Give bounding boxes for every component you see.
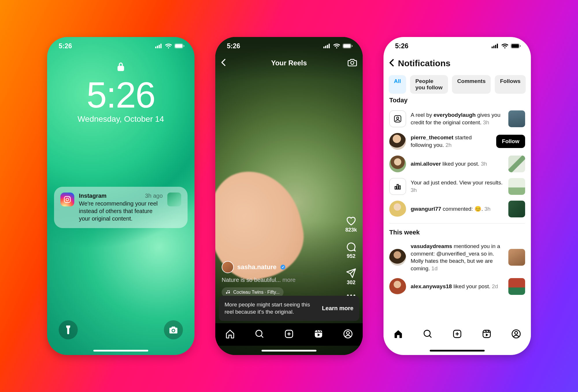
signal-icon (323, 44, 331, 48)
notification-row[interactable]: vasudaydreams mentioned you in a comment… (389, 240, 525, 275)
comment-button[interactable]: 952 (346, 242, 356, 259)
filter-people[interactable]: People you follow (410, 75, 448, 94)
reels-phone: 5:26 Your Reels 823k 952 302 (215, 37, 363, 355)
chevron-left-icon (221, 58, 226, 66)
nav-reels[interactable] (314, 329, 323, 340)
camera-outline-icon (348, 58, 357, 66)
home-indicator[interactable] (93, 350, 148, 352)
home-indicator[interactable] (262, 350, 316, 352)
status-bar: 5:26 (215, 37, 363, 55)
flashlight-button[interactable] (59, 320, 78, 339)
share-icon (346, 268, 356, 278)
notification-text: vasudaydreams mentioned you in a comment… (411, 243, 504, 272)
caption-more[interactable]: more (282, 277, 296, 283)
user-avatar (389, 133, 406, 150)
lock-icon (117, 68, 125, 73)
back-button[interactable] (221, 58, 226, 68)
nav-home[interactable] (225, 329, 235, 340)
info-banner[interactable]: More people might start seeing this reel… (219, 296, 359, 321)
section-today: Today (389, 97, 525, 104)
notification-text: pierre_thecomet started following you. 2… (411, 134, 492, 149)
notification-row[interactable]: A reel by everybodylaugh gives you credi… (389, 108, 525, 130)
nav-create[interactable] (452, 329, 462, 340)
notification-thumbnail (508, 278, 525, 295)
svg-rect-32 (495, 45, 496, 48)
signal-icon (492, 44, 499, 48)
reel-meta: sasha.nature Nature is so beautiful... m… (222, 261, 337, 297)
filter-all[interactable]: All (389, 75, 406, 94)
banner-cta[interactable]: Learn more (322, 305, 353, 312)
svg-rect-16 (343, 44, 351, 48)
instagram-logo-icon (60, 193, 74, 206)
follow-button[interactable]: Follow (496, 135, 525, 148)
svg-point-9 (66, 198, 68, 201)
svg-line-23 (261, 336, 263, 338)
lock-date: Wednesday, October 14 (47, 114, 194, 124)
notification-row[interactable]: aimi.allover liked your post. 3h (389, 153, 525, 175)
notification-row[interactable]: Your ad just ended. View your results. 3… (389, 175, 525, 198)
notification-time: 3h ago (145, 193, 163, 199)
status-time: 5:26 (227, 42, 240, 50)
nav-search[interactable] (255, 329, 264, 340)
share-count: 302 (347, 280, 355, 286)
battery-icon (174, 43, 185, 49)
svg-rect-40 (397, 184, 399, 189)
svg-rect-3 (160, 44, 162, 48)
nav-profile[interactable] (343, 329, 353, 340)
battery-icon (342, 43, 353, 49)
nav-create[interactable] (284, 329, 294, 340)
home-indicator[interactable] (430, 350, 485, 352)
filter-follows[interactable]: Follows (495, 75, 526, 94)
nav-search[interactable] (423, 329, 433, 340)
verified-icon (280, 264, 286, 270)
chart-icon (394, 182, 402, 191)
heart-icon (346, 216, 357, 226)
notification-text: A reel by everybodylaugh gives you credi… (411, 111, 504, 126)
svg-rect-17 (352, 45, 353, 47)
notification-row[interactable]: alex.anyways18 liked your post. 2d (389, 275, 525, 298)
svg-rect-27 (315, 330, 322, 338)
reel-user[interactable]: sasha.nature (222, 261, 337, 273)
music-label: Cocteau Twins · Fifty... (233, 290, 279, 295)
svg-rect-47 (483, 330, 490, 338)
nav-profile[interactable] (511, 329, 521, 340)
back-button[interactable] (389, 59, 394, 68)
nav-home[interactable] (393, 329, 403, 340)
svg-point-29 (347, 332, 349, 334)
share-button[interactable]: 302 (346, 268, 356, 286)
notifications-header: Notifications (384, 55, 531, 71)
wifi-icon (501, 43, 508, 49)
notification-list[interactable]: Today A reel by everybodylaugh gives you… (384, 91, 531, 323)
camera-button[interactable] (164, 320, 183, 339)
reel-caption[interactable]: Nature is so beautiful... more (222, 277, 337, 283)
svg-rect-33 (497, 44, 498, 48)
wifi-icon (165, 43, 172, 49)
svg-rect-41 (399, 186, 401, 189)
nav-reels[interactable] (482, 329, 492, 340)
svg-point-42 (424, 330, 430, 336)
svg-rect-0 (155, 47, 156, 48)
ad-icon (389, 178, 406, 195)
lock-notification[interactable]: Instagram 3h ago We're recommending your… (54, 187, 188, 228)
user-avatar (389, 249, 406, 266)
reels-icon (314, 329, 323, 339)
notification-thumbnail (508, 156, 525, 172)
filter-comments[interactable]: Comments (452, 75, 491, 94)
chevron-left-icon (389, 59, 394, 67)
svg-rect-7 (118, 66, 124, 71)
notification-row[interactable]: gwangurl77 commented: 😊. 3h (389, 198, 525, 220)
svg-point-22 (256, 330, 262, 336)
like-count: 823k (345, 227, 357, 233)
like-button[interactable]: 823k (345, 216, 357, 233)
svg-rect-31 (493, 46, 494, 48)
search-icon (255, 329, 264, 339)
camera-button[interactable] (348, 58, 357, 68)
svg-rect-13 (327, 45, 328, 48)
notification-text: aimi.allover liked your post. 3h (411, 160, 504, 168)
banner-text: More people might start seeing this reel… (225, 301, 318, 316)
svg-rect-14 (329, 44, 330, 48)
signal-icon (155, 44, 163, 48)
username: sasha.nature (237, 263, 277, 271)
create-icon (284, 329, 294, 339)
notification-row[interactable]: pierre_thecomet started following you. 2… (389, 130, 525, 153)
